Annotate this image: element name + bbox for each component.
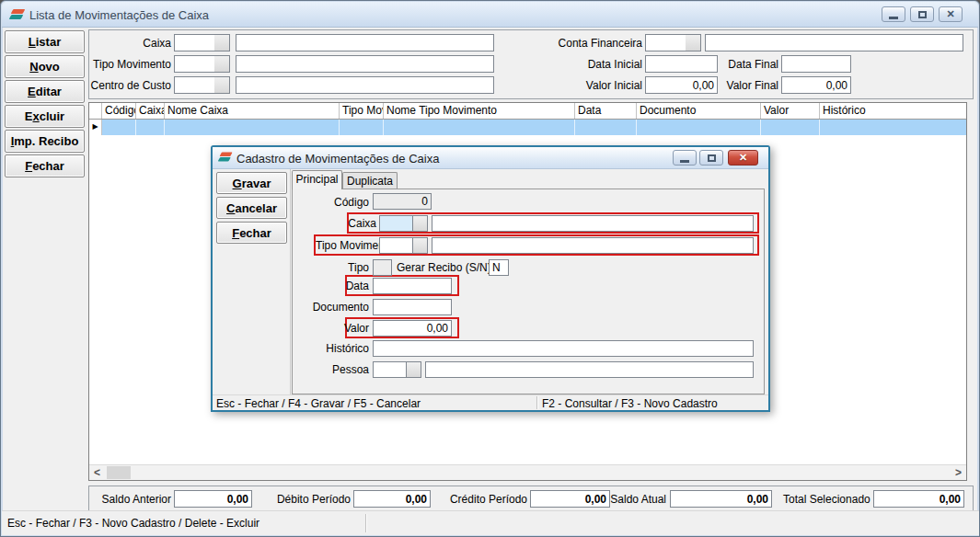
excluir-button[interactable]: Excluir — [5, 105, 85, 128]
dialog-statusbar-right: F2 - Consultar / F3 - Novo Cadastro — [542, 397, 718, 410]
cell-documento — [637, 120, 761, 135]
dialog-maximize-button[interactable] — [699, 150, 723, 166]
filter-caixa-display — [236, 34, 494, 51]
caixa-label: Caixa — [330, 217, 376, 230]
filter-centro-custo-lookup-button[interactable] — [214, 76, 230, 94]
dialog-statusbar-divider — [536, 396, 537, 409]
filter-tipo-movimento-code-input[interactable] — [174, 55, 215, 73]
close-icon: ✕ — [739, 153, 747, 163]
main-window: Lista de Movimentações de Caixa ✕ Listar… — [0, 0, 980, 537]
statusbar-divider — [365, 514, 366, 532]
grid-selected-row[interactable]: ▶ — [89, 120, 966, 135]
dialog-statusbar-left: Esc - Fechar / F4 - Gravar / F5 - Cancel… — [216, 397, 421, 410]
novo-button[interactable]: Novo — [5, 55, 85, 78]
saldo-anterior-label: Saldo Anterior — [89, 493, 171, 506]
gravar-button[interactable]: Gravar — [216, 172, 287, 194]
cell-data — [575, 120, 637, 135]
caixa-lookup-button[interactable] — [413, 215, 428, 232]
tipo-movimento-lookup-button[interactable] — [413, 237, 428, 254]
cell-caixa — [136, 120, 165, 135]
filter-valor-final-label: Valor Final — [705, 79, 778, 92]
grid-header-nome-caixa[interactable]: Nome Caixa — [165, 103, 340, 119]
data-label: Data — [303, 280, 369, 292]
listar-button[interactable]: Listar — [5, 30, 85, 53]
grid-header-historico[interactable]: Histórico — [820, 103, 966, 119]
credito-periodo-label: Crédito Período — [439, 493, 527, 506]
maximize-icon — [708, 154, 716, 162]
cancelar-button[interactable]: Cancelar — [216, 197, 287, 219]
saldo-atual-value — [670, 490, 772, 508]
maximize-button[interactable] — [910, 6, 934, 22]
dialog-close-button[interactable]: ✕ — [728, 150, 758, 166]
row-indicator-icon: ▶ — [89, 120, 102, 135]
grid-header-data[interactable]: Data — [575, 103, 637, 119]
main-window-title: Lista de Movimentações de Caixa — [29, 8, 209, 22]
caixa-display — [432, 215, 754, 232]
filter-caixa-lookup-button[interactable] — [214, 34, 230, 51]
debito-periodo-value — [353, 490, 431, 508]
filter-data-final-input[interactable] — [781, 55, 851, 73]
filter-conta-financeira-label: Conta Financeira — [550, 37, 642, 50]
filter-data-inicial-label: Data Inicial — [569, 58, 642, 71]
documento-input[interactable] — [373, 299, 452, 315]
cell-nome-tipo-movimento — [384, 120, 575, 135]
historico-label: Histórico — [286, 342, 369, 355]
cell-historico — [820, 120, 966, 135]
dialog-title: Cadastro de Movimentações de Caixa — [236, 152, 439, 166]
cell-tipo-mov — [340, 120, 384, 135]
scroll-left-icon[interactable]: < — [89, 465, 105, 480]
tab-duplicata[interactable]: Duplicata — [342, 172, 398, 189]
valor-input[interactable] — [373, 320, 452, 337]
valor-label: Valor — [303, 322, 369, 335]
tipo-movimento-display — [432, 237, 754, 254]
dialog-titlebar: Cadastro de Movimentações de Caixa ✕ — [213, 147, 768, 169]
minimize-button[interactable] — [882, 6, 905, 22]
caixa-code-input[interactable] — [379, 215, 413, 232]
filter-valor-final-input[interactable] — [781, 76, 851, 94]
maximize-icon — [918, 11, 927, 18]
horizontal-scrollbar[interactable]: < > — [89, 464, 966, 480]
filter-conta-financeira-code-input[interactable] — [645, 34, 686, 51]
imp-recibo-button[interactable]: Imp. Recibo — [5, 130, 85, 153]
gerar-recibo-input[interactable] — [489, 259, 509, 276]
editar-button[interactable]: Editar — [5, 80, 85, 103]
tipo-movimento-code-input[interactable] — [379, 237, 413, 254]
total-selecionado-label: Total Selecionado — [783, 493, 870, 506]
tab-principal[interactable]: Principal — [292, 170, 342, 189]
tipo-field — [373, 259, 392, 276]
pessoa-code-input[interactable] — [373, 361, 407, 378]
filter-data-final-label: Data Final — [705, 58, 778, 71]
dialog-statusbar: Esc - Fechar / F4 - Gravar / F5 - Cancel… — [213, 394, 768, 410]
dialog-fechar-button[interactable]: Fechar — [216, 222, 287, 244]
cell-nome-caixa — [165, 120, 340, 135]
filter-tipo-movimento-display — [236, 55, 494, 73]
cadastro-dialog: Cadastro de Movimentações de Caixa ✕ Gra… — [211, 145, 770, 412]
scroll-right-icon[interactable]: > — [951, 465, 966, 480]
summary-panel: Saldo Anterior Débito Período Crédito Pe… — [88, 486, 974, 511]
filter-conta-financeira-lookup-button[interactable] — [686, 34, 701, 51]
filter-centro-custo-code-input[interactable] — [174, 76, 215, 94]
close-button[interactable]: ✕ — [939, 6, 963, 22]
grid-header-documento[interactable]: Documento — [637, 103, 761, 119]
pessoa-label: Pessoa — [295, 363, 369, 376]
grid-header-codigo[interactable]: Código — [102, 103, 136, 119]
filter-tipo-movimento-label: Tipo Movimento — [79, 58, 171, 71]
filter-tipo-movimento-lookup-button[interactable] — [214, 55, 230, 73]
grid-header-tipo-mov[interactable]: Tipo Mov. — [340, 103, 384, 119]
filter-caixa-code-input[interactable] — [174, 34, 215, 51]
cell-codigo — [102, 120, 136, 135]
grid-header-caixa[interactable]: Caixa — [136, 103, 165, 119]
filter-caixa-label: Caixa — [79, 37, 171, 50]
fechar-button[interactable]: Fechar — [5, 154, 85, 177]
grid-header-nome-tipo-movimento[interactable]: Nome Tipo Movimento — [384, 103, 575, 119]
filter-centro-custo-display — [236, 76, 494, 94]
scrollbar-thumb[interactable] — [107, 466, 131, 479]
codigo-field — [373, 193, 432, 210]
historico-input[interactable] — [373, 340, 754, 357]
data-input[interactable] — [373, 278, 452, 294]
pessoa-lookup-button[interactable] — [407, 361, 421, 378]
grid-header-valor[interactable]: Valor — [761, 103, 820, 119]
dialog-minimize-button[interactable] — [673, 150, 697, 166]
minimize-icon — [889, 17, 898, 19]
grid-header-indicator — [89, 103, 102, 119]
